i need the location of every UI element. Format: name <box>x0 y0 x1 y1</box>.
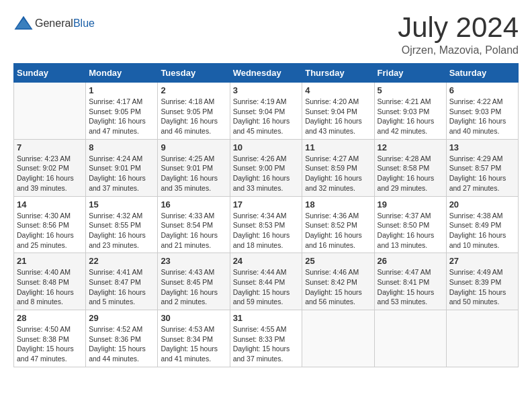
day-info: Sunrise: 4:38 AM Sunset: 8:49 PM Dayligh… <box>449 211 515 250</box>
calendar-cell: 17Sunrise: 4:34 AM Sunset: 8:53 PM Dayli… <box>230 196 302 253</box>
day-number: 12 <box>378 142 443 152</box>
logo: GeneralBlue <box>13 13 95 34</box>
day-number: 7 <box>17 142 83 152</box>
day-number: 29 <box>89 313 154 323</box>
calendar-cell: 30Sunrise: 4:53 AM Sunset: 8:34 PM Dayli… <box>158 310 230 367</box>
day-info: Sunrise: 4:28 AM Sunset: 8:58 PM Dayligh… <box>378 154 443 193</box>
day-number: 26 <box>378 256 443 266</box>
day-number: 2 <box>161 85 226 95</box>
day-number: 21 <box>17 256 83 266</box>
calendar-week-4: 21Sunrise: 4:40 AM Sunset: 8:48 PM Dayli… <box>14 253 519 310</box>
day-number: 13 <box>449 142 515 152</box>
calendar-cell: 2Sunrise: 4:18 AM Sunset: 9:05 PM Daylig… <box>158 83 230 140</box>
day-number: 17 <box>233 199 300 210</box>
calendar-cell <box>14 83 86 140</box>
day-number: 25 <box>305 256 371 266</box>
calendar-header: SundayMondayTuesdayWednesdayThursdayFrid… <box>14 64 519 83</box>
calendar-week-1: 1Sunrise: 4:17 AM Sunset: 9:05 PM Daylig… <box>14 83 519 140</box>
calendar-cell: 28Sunrise: 4:50 AM Sunset: 8:38 PM Dayli… <box>14 310 86 367</box>
calendar-cell: 14Sunrise: 4:30 AM Sunset: 8:56 PM Dayli… <box>14 196 86 253</box>
header-day-saturday: Saturday <box>446 64 518 83</box>
day-number: 28 <box>17 313 83 323</box>
day-number: 6 <box>449 85 515 95</box>
day-info: Sunrise: 4:30 AM Sunset: 8:56 PM Dayligh… <box>17 211 83 250</box>
calendar-cell <box>446 310 518 367</box>
day-info: Sunrise: 4:43 AM Sunset: 8:45 PM Dayligh… <box>161 267 226 307</box>
header-day-sunday: Sunday <box>14 64 86 83</box>
day-info: Sunrise: 4:33 AM Sunset: 8:54 PM Dayligh… <box>161 211 226 250</box>
day-info: Sunrise: 4:22 AM Sunset: 9:03 PM Dayligh… <box>449 97 515 136</box>
calendar-cell: 3Sunrise: 4:19 AM Sunset: 9:04 PM Daylig… <box>230 83 302 140</box>
calendar-cell: 12Sunrise: 4:28 AM Sunset: 8:58 PM Dayli… <box>374 139 446 196</box>
calendar-cell: 27Sunrise: 4:49 AM Sunset: 8:39 PM Dayli… <box>446 253 518 310</box>
header-day-friday: Friday <box>374 64 446 83</box>
day-info: Sunrise: 4:26 AM Sunset: 9:00 PM Dayligh… <box>233 154 300 193</box>
day-info: Sunrise: 4:27 AM Sunset: 8:59 PM Dayligh… <box>305 154 371 193</box>
day-info: Sunrise: 4:32 AM Sunset: 8:55 PM Dayligh… <box>89 211 154 250</box>
day-info: Sunrise: 4:41 AM Sunset: 8:47 PM Dayligh… <box>89 267 154 307</box>
day-number: 11 <box>305 142 371 152</box>
calendar-week-5: 28Sunrise: 4:50 AM Sunset: 8:38 PM Dayli… <box>14 310 519 367</box>
calendar-cell: 23Sunrise: 4:43 AM Sunset: 8:45 PM Dayli… <box>158 253 230 310</box>
logo-icon <box>13 13 34 34</box>
svg-marker-1 <box>16 19 32 29</box>
day-info: Sunrise: 4:53 AM Sunset: 8:34 PM Dayligh… <box>161 324 226 364</box>
day-number: 10 <box>233 142 300 152</box>
day-info: Sunrise: 4:36 AM Sunset: 8:52 PM Dayligh… <box>305 211 371 250</box>
day-number: 18 <box>305 199 371 210</box>
day-number: 3 <box>233 85 300 95</box>
calendar-cell: 20Sunrise: 4:38 AM Sunset: 8:49 PM Dayli… <box>446 196 518 253</box>
day-info: Sunrise: 4:46 AM Sunset: 8:42 PM Dayligh… <box>305 267 371 307</box>
calendar-cell: 24Sunrise: 4:44 AM Sunset: 8:44 PM Dayli… <box>230 253 302 310</box>
header-day-wednesday: Wednesday <box>230 64 302 83</box>
day-info: Sunrise: 4:50 AM Sunset: 8:38 PM Dayligh… <box>17 324 83 364</box>
day-info: Sunrise: 4:52 AM Sunset: 8:36 PM Dayligh… <box>89 324 154 364</box>
logo-general-text: General <box>35 17 73 29</box>
calendar-cell: 6Sunrise: 4:22 AM Sunset: 9:03 PM Daylig… <box>446 83 518 140</box>
day-info: Sunrise: 4:25 AM Sunset: 9:01 PM Dayligh… <box>161 154 226 193</box>
day-info: Sunrise: 4:17 AM Sunset: 9:05 PM Dayligh… <box>89 97 154 136</box>
day-info: Sunrise: 4:23 AM Sunset: 9:02 PM Dayligh… <box>17 154 83 193</box>
day-number: 15 <box>89 199 154 210</box>
day-info: Sunrise: 4:18 AM Sunset: 9:05 PM Dayligh… <box>161 97 226 136</box>
day-number: 9 <box>161 142 226 152</box>
calendar-table: SundayMondayTuesdayWednesdayThursdayFrid… <box>13 63 519 367</box>
calendar-cell: 5Sunrise: 4:21 AM Sunset: 9:03 PM Daylig… <box>374 83 446 140</box>
calendar-cell: 25Sunrise: 4:46 AM Sunset: 8:42 PM Dayli… <box>302 253 374 310</box>
header-day-monday: Monday <box>86 64 158 83</box>
day-number: 4 <box>305 85 371 95</box>
day-info: Sunrise: 4:20 AM Sunset: 9:04 PM Dayligh… <box>305 97 371 136</box>
day-info: Sunrise: 4:44 AM Sunset: 8:44 PM Dayligh… <box>233 267 300 307</box>
calendar-cell: 10Sunrise: 4:26 AM Sunset: 9:00 PM Dayli… <box>230 139 302 196</box>
day-info: Sunrise: 4:24 AM Sunset: 9:01 PM Dayligh… <box>89 154 154 193</box>
page-header: GeneralBlue July 2024 Ojrzen, Mazovia, P… <box>13 13 519 56</box>
day-info: Sunrise: 4:21 AM Sunset: 9:03 PM Dayligh… <box>378 97 443 136</box>
day-number: 23 <box>161 256 226 266</box>
day-info: Sunrise: 4:55 AM Sunset: 8:33 PM Dayligh… <box>233 324 300 364</box>
calendar-cell: 9Sunrise: 4:25 AM Sunset: 9:01 PM Daylig… <box>158 139 230 196</box>
day-info: Sunrise: 4:34 AM Sunset: 8:53 PM Dayligh… <box>233 211 300 250</box>
day-number: 30 <box>161 313 226 323</box>
calendar-cell: 8Sunrise: 4:24 AM Sunset: 9:01 PM Daylig… <box>86 139 158 196</box>
location-subtitle: Ojrzen, Mazovia, Poland <box>398 44 519 56</box>
calendar-week-3: 14Sunrise: 4:30 AM Sunset: 8:56 PM Dayli… <box>14 196 519 253</box>
title-block: July 2024 Ojrzen, Mazovia, Poland <box>398 13 519 56</box>
header-row: SundayMondayTuesdayWednesdayThursdayFrid… <box>14 64 519 83</box>
day-number: 22 <box>89 256 154 266</box>
day-info: Sunrise: 4:40 AM Sunset: 8:48 PM Dayligh… <box>17 267 83 307</box>
month-year-title: July 2024 <box>398 13 519 42</box>
day-info: Sunrise: 4:47 AM Sunset: 8:41 PM Dayligh… <box>378 267 443 307</box>
header-day-tuesday: Tuesday <box>158 64 230 83</box>
day-number: 24 <box>233 256 300 266</box>
day-number: 5 <box>378 85 443 95</box>
day-info: Sunrise: 4:49 AM Sunset: 8:39 PM Dayligh… <box>449 267 515 307</box>
day-number: 31 <box>233 313 300 323</box>
calendar-cell: 11Sunrise: 4:27 AM Sunset: 8:59 PM Dayli… <box>302 139 374 196</box>
calendar-cell <box>302 310 374 367</box>
calendar-cell: 4Sunrise: 4:20 AM Sunset: 9:04 PM Daylig… <box>302 83 374 140</box>
calendar-cell: 26Sunrise: 4:47 AM Sunset: 8:41 PM Dayli… <box>374 253 446 310</box>
logo-blue-text: Blue <box>73 17 95 29</box>
day-info: Sunrise: 4:19 AM Sunset: 9:04 PM Dayligh… <box>233 97 300 136</box>
calendar-cell: 19Sunrise: 4:37 AM Sunset: 8:50 PM Dayli… <box>374 196 446 253</box>
day-number: 27 <box>449 256 515 266</box>
